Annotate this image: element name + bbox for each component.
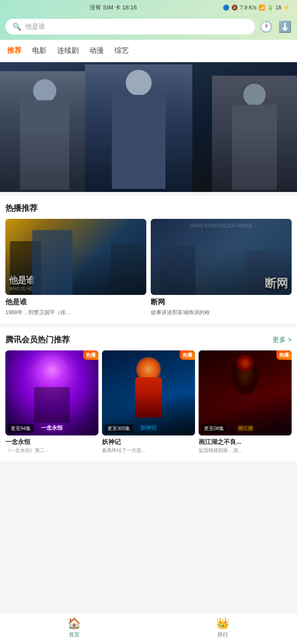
wifi-icon: 📶	[259, 4, 265, 11]
vip-section: 腾讯会员热门推荐 更多 > 一念永恒 热播 更至94集 一念永恒	[0, 327, 297, 461]
vip-card-3-image: 画江湖 热播 更至08集	[199, 350, 292, 435]
vip-section-more[interactable]: 更多 >	[272, 336, 292, 344]
vip-card-2-image: 妖神记 热播 更至305集	[102, 350, 195, 435]
hot-card-1-body: 他是谁 1988年，刑警卫国平（张...	[5, 298, 146, 316]
battery-level: 18	[276, 4, 281, 11]
hot-section: 热播推荐 他是谁 WHO IS HE 他是谁	[0, 196, 297, 324]
vip-card-2-name: 妖神记	[102, 438, 195, 446]
vip-card-3-desc: 监国独揽朝政，漠...	[199, 447, 292, 454]
hot-section-title: 热播推荐	[5, 203, 38, 213]
hot-card-2-body: 断网 故事讲述郭富城饰演的称	[151, 298, 292, 316]
hot-card-2[interactable]: HONG KONG POLICE FORCE 断网 断网 故事讲述郭富城饰演的称	[151, 219, 292, 316]
hot-card-2-desc: 故事讲述郭富城饰演的称	[151, 309, 292, 316]
vip-cards: 一念永恒 热播 更至94集 一念永恒 《一念永恒》第二... 妖神记	[5, 350, 292, 454]
vip-card-1-desc: 《一念永恒》第二...	[5, 447, 98, 454]
nav-tabs: 推荐 电影 连续剧 动漫 综艺	[0, 40, 297, 62]
vip-card-1-name: 一念永恒	[5, 438, 98, 446]
vip-card-1-episodes: 更至94集	[8, 424, 34, 433]
vip-section-title: 腾讯会员热门推荐	[5, 334, 70, 345]
status-icons: 🔵 🔕 7.9 K/s 📶 🔋 18 ⚡	[223, 4, 290, 11]
vip-card-2[interactable]: 妖神记 热播 更至305集 妖神记 聂离终结了一方恶...	[102, 350, 195, 454]
nav-rank[interactable]: 👑 排行	[148, 617, 297, 639]
bluetooth-icon: 🔵	[223, 4, 229, 11]
bell-icon: 🔕	[231, 4, 238, 11]
battery-icon: 🔋	[267, 4, 274, 11]
charging-icon: ⚡	[283, 4, 290, 11]
hot-card-2-image: HONG KONG POLICE FORCE 断网	[151, 219, 292, 295]
speed-text: 7.9 K/s	[240, 4, 256, 11]
nav-home[interactable]: 🏠 首页	[0, 617, 148, 639]
home-icon: 🏠	[68, 617, 81, 630]
vip-section-header: 腾讯会员热门推荐 更多 >	[5, 334, 292, 345]
search-bar[interactable]: 🔍 他是谁	[5, 19, 255, 34]
hot-cards: 他是谁 WHO IS HE 他是谁 1988年，刑警卫国平（张... HONG …	[5, 219, 292, 316]
nav-rank-label: 排行	[217, 631, 228, 639]
search-placeholder: 他是谁	[25, 22, 45, 31]
search-icon: 🔍	[13, 22, 21, 31]
vip-card-1[interactable]: 一念永恒 热播 更至94集 一念永恒 《一念永恒》第二...	[5, 350, 98, 454]
vip-card-3[interactable]: 画江湖 热播 更至08集 画江湖之不良... 监国独揽朝政，漠...	[199, 350, 292, 454]
vip-card-1-badge: 热播	[83, 350, 98, 360]
hot-card-1-image: 他是谁 WHO IS HE	[5, 219, 146, 295]
vip-card-3-episodes: 更至08集	[201, 424, 227, 433]
hot-card-1-name: 他是谁	[5, 298, 146, 307]
header: 🔍 他是谁 🕐 ⬇️	[0, 15, 297, 40]
hot-card-1[interactable]: 他是谁 WHO IS HE 他是谁 1988年，刑警卫国平（张...	[5, 219, 146, 316]
vip-card-3-badge: 热播	[276, 350, 292, 360]
bottom-nav: 🏠 首页 👑 排行	[0, 613, 297, 644]
header-icons: 🕐 ⬇️	[259, 21, 292, 33]
hot-section-header: 热播推荐	[5, 203, 292, 213]
hot-card-2-name: 断网	[151, 298, 292, 307]
status-bar: 没有 SIM 卡 18:16 🔵 🔕 7.9 K/s 📶 🔋 18 ⚡	[0, 0, 297, 15]
hot-card-1-desc: 1988年，刑警卫国平（张...	[5, 309, 146, 316]
tab-anime[interactable]: 动漫	[89, 44, 104, 57]
vip-card-1-image: 一念永恒 热播 更至94集	[5, 350, 98, 435]
tab-movie[interactable]: 电影	[32, 44, 47, 57]
rank-icon: 👑	[216, 617, 229, 630]
vip-card-3-name: 画江湖之不良...	[199, 438, 292, 446]
tab-recommend[interactable]: 推荐	[7, 44, 21, 57]
banner-container[interactable]	[0, 62, 297, 192]
vip-card-2-desc: 聂离终结了一方恶...	[102, 447, 195, 454]
nav-home-label: 首页	[69, 631, 80, 639]
vip-card-2-badge: 热播	[180, 350, 195, 360]
download-icon[interactable]: ⬇️	[278, 21, 292, 33]
status-text: 没有 SIM 卡 18:16	[7, 4, 219, 12]
vip-card-2-episodes: 更至305集	[105, 424, 133, 433]
tab-variety[interactable]: 综艺	[115, 44, 129, 57]
banner-image	[0, 62, 297, 192]
history-icon[interactable]: 🕐	[259, 21, 273, 33]
tab-series[interactable]: 连续剧	[57, 44, 79, 57]
